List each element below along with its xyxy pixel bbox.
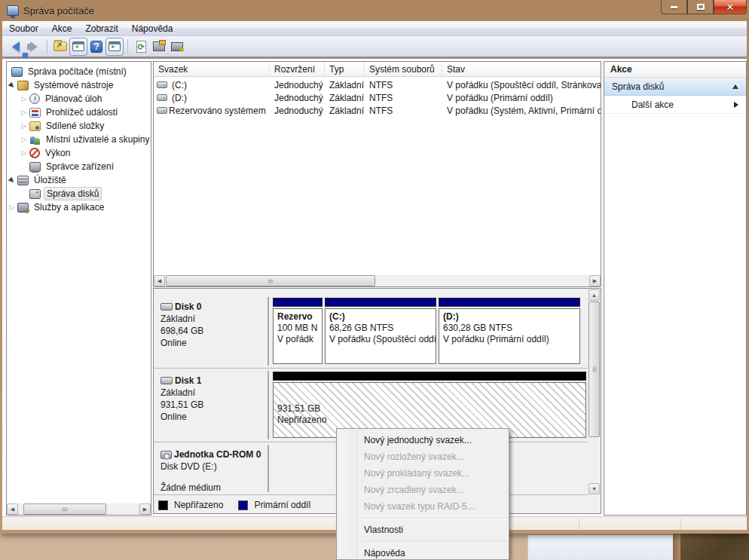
volume-icon [157, 94, 167, 101]
scrollbar-thumb[interactable] [23, 503, 106, 515]
titlebar[interactable]: Správa počítače [0, 0, 749, 21]
partition-status: V pořádku (Spouštěcí oddí [329, 334, 432, 344]
actions-group-sprava-disku[interactable]: Správa disků [604, 78, 746, 96]
scroll-down-icon[interactable]: ▼ [588, 483, 600, 494]
collapse-arrow-icon[interactable]: ▷ [20, 122, 28, 130]
legend-label-unallocated: Nepřiřazeno [174, 500, 223, 510]
disk-view-vertical-scrollbar[interactable]: ▲ ▼ [588, 289, 600, 494]
menu-napoveda[interactable]: Nápověda [125, 22, 180, 35]
tree-item-label: Správce zařízení [44, 161, 116, 173]
partition-size: 630,28 GB NTFS [443, 323, 576, 333]
tree-item-planovac-uloh[interactable]: ▷ Plánovač úloh [20, 92, 104, 106]
properties-button[interactable] [150, 38, 168, 56]
app-icon [7, 5, 19, 16]
scroll-left-icon[interactable]: ◀ [154, 275, 165, 286]
partition-c[interactable]: (C:) 68,26 GB NTFS V pořádku (Spouštěcí … [325, 298, 436, 364]
window-title: Správa počítače [23, 5, 94, 17]
performance-icon [29, 148, 40, 158]
computer-icon [11, 67, 23, 77]
tree-item-sluzby-aplikace[interactable]: ▷ Služby a aplikace [8, 200, 106, 214]
tree-item-vykon[interactable]: ▷ Výkon [20, 146, 72, 160]
tree-item-spravce-zarizeni[interactable]: Správce zařízení [28, 160, 116, 173]
menu-item-napoveda[interactable]: Nápověda [337, 545, 509, 560]
volume-row-c[interactable]: (C:) Jednoduchý Základní NTFS V pořádku … [154, 78, 601, 91]
disk-actions-button[interactable] [168, 38, 186, 56]
storage-icon [17, 176, 29, 185]
scrollbar-thumb[interactable] [588, 301, 600, 437]
column-system-souboru[interactable]: Systém souborů [365, 62, 442, 76]
submenu-right-icon[interactable] [734, 102, 738, 108]
disk-name: Disk 1 [175, 375, 201, 386]
disk-icon [160, 303, 173, 311]
tree-item-sdilene-slozky[interactable]: ▷ Sdílené složky [20, 119, 106, 133]
menu-item-novy-jednoduchy-svazek[interactable]: Nový jednoduchý svazek... [337, 432, 509, 448]
cell-typ: Základní [325, 106, 365, 116]
close-button[interactable]: ✕ [714, 0, 747, 14]
disk-name: Disk 0 [175, 301, 201, 312]
actions-more-item[interactable]: Další akce [604, 96, 746, 114]
cell-stav: V pořádku (Primární oddíl) [442, 93, 601, 103]
cell-svazek: Rezervováno systémem [167, 106, 270, 116]
menu-soubor[interactable]: Soubor [2, 22, 45, 35]
disk1-label[interactable]: Disk 1 Základní 931,51 GB Online [156, 371, 269, 439]
collapse-arrow-icon[interactable]: ▷ [20, 95, 28, 103]
collapse-arrow-icon[interactable]: ▷ [20, 136, 28, 143]
collapse-arrow-icon[interactable]: ▷ [20, 109, 28, 116]
tree-item-uloziste[interactable]: ▶ Úložiště [8, 173, 69, 187]
tree-item-prohlizec-udalosti[interactable]: ▷ Prohlížeč událostí [20, 106, 120, 119]
tree-item-sprava-disku[interactable]: Správa disků [28, 187, 102, 200]
console-tree-toggle-button[interactable] [69, 38, 87, 56]
expand-arrow-icon[interactable]: ▶ [7, 175, 17, 185]
scroll-right-icon[interactable]: ▶ [139, 503, 151, 515]
cell-stav: V pořádku (Systém, Aktivní, Primární od [442, 106, 601, 116]
tree-item-systemove-nastroje[interactable]: ▶ Systémové nástroje [8, 78, 115, 92]
partition-label: Rezervo [277, 311, 318, 322]
tree-item-label-selected: Správa disků [44, 187, 102, 200]
tree-horizontal-scrollbar[interactable]: ◀ ▶ [7, 503, 151, 515]
collapse-up-icon[interactable] [732, 84, 738, 89]
partition-system-reserved[interactable]: Rezervo 100 MB N V pořádk [273, 298, 323, 364]
menu-item-novy-svazek-raid5: Nový svazek typu RAID-5... [337, 498, 509, 515]
expand-arrow-icon[interactable]: ▶ [7, 80, 17, 90]
menu-akce[interactable]: Akce [45, 22, 79, 35]
volume-row-d[interactable]: (D:) Jednoduchý Základní NTFS V pořádku … [154, 91, 601, 104]
cdrom-media-status: Žádné médium [160, 482, 268, 493]
toolbar-separator [127, 39, 128, 54]
menu-separator [361, 518, 507, 519]
unallocated-size: 931,51 GB [277, 403, 582, 414]
collapse-arrow-icon[interactable]: ▷ [20, 149, 28, 157]
volume-list-horizontal-scrollbar[interactable]: ◀ ▶ [154, 275, 601, 286]
export-list-button[interactable] [51, 38, 69, 56]
partition-d[interactable]: (D:) 630,28 GB NTFS V pořádku (Primární … [439, 298, 580, 364]
column-rozvrzeni[interactable]: Rozvržení [270, 62, 325, 76]
actions-title: Akce [604, 62, 746, 78]
maximize-button[interactable] [687, 0, 714, 14]
volume-list-header: Svazek Rozvržení Typ Systém souborů Stav [154, 62, 601, 77]
volume-row-reserved[interactable]: Rezervováno systémem Jednoduchý Základní… [154, 104, 601, 117]
forward-button[interactable] [25, 38, 43, 56]
background-window-border [673, 533, 680, 560]
cdrom-label[interactable]: Jednotka CD-ROM 0 Disk DVD (E:) Žádné mé… [156, 445, 269, 492]
menu-item-vlastnosti[interactable]: Vlastnosti [337, 522, 509, 538]
menu-zobrazit[interactable]: Zobrazit [78, 22, 124, 35]
action-pane-toggle-button[interactable] [105, 38, 124, 56]
scroll-up-icon[interactable]: ▲ [588, 289, 600, 301]
help-button[interactable]: ? [87, 38, 105, 56]
tree-item-mistni-uzivatele[interactable]: ▷ Místní uživatelé a skupiny [20, 133, 151, 146]
toolbar-separator [47, 39, 47, 54]
statusbar-divider [680, 519, 681, 529]
minimize-button[interactable] [661, 0, 687, 14]
back-button[interactable] [7, 38, 25, 56]
scrollbar-thumb[interactable] [166, 275, 375, 286]
tree-item-sprava-pocitace[interactable]: Správa počítače (místní) [10, 65, 129, 78]
column-typ[interactable]: Typ [325, 62, 365, 76]
screen: Správa počítače ✕ Soubor Akce Zobrazit N… [0, 0, 749, 560]
refresh-button[interactable] [132, 38, 150, 56]
scroll-right-icon[interactable]: ▶ [589, 275, 601, 286]
column-svazek[interactable]: Svazek [154, 62, 270, 76]
collapse-arrow-icon[interactable]: ▷ [8, 203, 16, 211]
disk0-label[interactable]: Disk 0 Základní 698,64 GB Online [156, 297, 269, 366]
partition-label: (D:) [443, 311, 576, 322]
column-stav[interactable]: Stav [442, 62, 601, 76]
scroll-left-icon[interactable]: ◀ [7, 503, 18, 515]
